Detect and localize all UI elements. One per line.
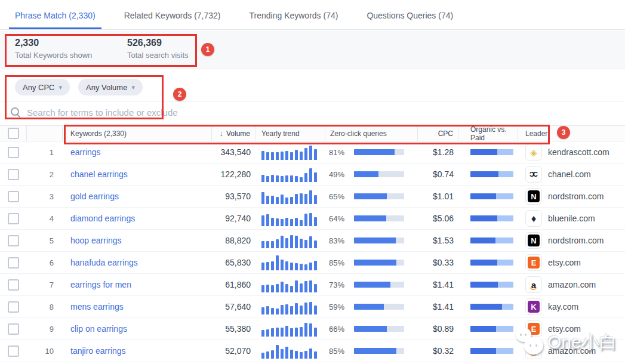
leader-logo-icon: E (528, 257, 540, 269)
tab-phrase-match[interactable]: Phrase Match (2,330) (9, 11, 101, 29)
filter-pills: Any CPC ▾ Any Volume ▾ (15, 79, 143, 95)
trend-bar (309, 302, 312, 314)
leader-logo-icon: K (528, 301, 540, 313)
trend-mini-chart (261, 144, 325, 160)
organic-bar-fill (470, 171, 498, 177)
cpc-cell: $5.06 (418, 214, 458, 223)
trend-bar (309, 263, 312, 270)
header-cell-index (27, 126, 63, 141)
trend-bar (314, 328, 317, 337)
row-index: 6 (27, 258, 63, 267)
trend-bar (281, 195, 284, 204)
leader-cell: E etsy.com (518, 320, 625, 337)
trend-bar (261, 263, 264, 270)
trend-bar (290, 263, 293, 270)
row-checkbox[interactable] (8, 257, 19, 269)
leader-cell: ♦ bluenile.com (518, 210, 625, 227)
organic-bar-fill (470, 326, 496, 332)
trend-bar (261, 215, 264, 226)
leader-favicon: a (525, 276, 542, 293)
zero-click-bar-fill (354, 260, 396, 266)
organic-paid-cell (458, 171, 518, 177)
trend-bar (285, 218, 288, 226)
leader-domain: kay.com (548, 302, 578, 311)
leader-logo-icon: a (528, 345, 540, 357)
zero-click-bar (354, 348, 404, 354)
trend-bar (300, 220, 303, 226)
row-checkbox[interactable] (8, 213, 19, 224)
row-select-cell (0, 235, 27, 246)
keyword-link[interactable]: earrings (70, 147, 101, 157)
cpc-filter-label: Any CPC (23, 83, 54, 92)
row-checkbox[interactable] (8, 235, 19, 246)
cpc-cell: $0.74 (418, 169, 458, 179)
volume-filter-dropdown[interactable]: Any Volume ▾ (78, 79, 143, 95)
header-cell-select (0, 126, 27, 141)
leader-logo-icon: E (528, 323, 540, 335)
row-checkbox[interactable] (8, 191, 19, 202)
leader-domain: bluenile.com (548, 214, 595, 223)
keyword-cell: gold earrings (63, 192, 212, 201)
cpc-filter-dropdown[interactable]: Any CPC ▾ (15, 79, 70, 95)
total-keywords-label: Total Keywords shown (15, 51, 92, 60)
trend-bar (281, 282, 284, 292)
organic-bar-fill (470, 193, 496, 199)
organic-paid-cell (458, 149, 518, 155)
row-checkbox[interactable] (8, 147, 19, 158)
trend-bar (290, 350, 293, 359)
leader-domain: etsy.com (548, 258, 581, 267)
cpc-cell: $0.33 (418, 258, 458, 267)
leader-cell: ƆC chanel.com (518, 166, 625, 183)
keyword-link[interactable]: hanafuda earrings (70, 258, 138, 267)
row-checkbox[interactable] (8, 169, 19, 180)
keyword-link[interactable]: chanel earrings (70, 169, 128, 179)
zero-click-percent: 73% (325, 280, 344, 289)
leader-cell: a amazon.com (518, 343, 625, 359)
keyword-link[interactable]: hoop earrings (70, 236, 122, 245)
trend-bar (276, 284, 279, 292)
tab-questions-queries[interactable]: Questions Queries (74) (361, 11, 459, 29)
keyword-cell: diamond earrings (63, 214, 212, 223)
keyword-link[interactable]: gold earrings (70, 192, 119, 201)
leader-favicon: K (525, 298, 542, 315)
select-all-checkbox[interactable] (8, 128, 19, 139)
leader-domain: chanel.com (548, 169, 591, 179)
cpc-cell: $1.01 (418, 192, 458, 201)
tab-related-keywords[interactable]: Related Keywords (7,732) (118, 11, 227, 29)
search-row (11, 104, 207, 121)
keyword-link[interactable]: diamond earrings (70, 214, 135, 223)
trend-bar (295, 303, 298, 314)
leader-cell: ◈ kendrascott.com (518, 144, 625, 161)
row-checkbox[interactable] (8, 323, 19, 335)
row-index: 1 (27, 148, 63, 157)
trend-bar (309, 236, 312, 248)
row-select-cell (0, 301, 27, 313)
trend-bar (261, 307, 264, 314)
row-checkbox[interactable] (8, 346, 19, 357)
trend-bar (285, 198, 288, 204)
keyword-link[interactable]: clip on earrings (70, 324, 127, 334)
trend-bar (266, 351, 269, 359)
search-input[interactable] (26, 107, 207, 118)
zero-click-cell: 73% (325, 280, 418, 289)
keyword-cell: hanafuda earrings (63, 258, 212, 267)
zero-click-bar-fill (354, 149, 395, 155)
yearly-trend-cell (255, 321, 325, 337)
row-checkbox[interactable] (8, 279, 19, 291)
zero-click-cell: 49% (325, 170, 418, 179)
trend-bar (290, 235, 293, 248)
trend-bar (304, 323, 307, 337)
trend-bar (295, 280, 298, 292)
header-cell-volume[interactable]: ↓Volume (212, 126, 255, 141)
keyword-link[interactable]: earrings for men (70, 280, 131, 289)
trend-bar (304, 351, 307, 359)
keyword-link[interactable]: tanjiro earrings (70, 346, 126, 356)
search-icon (11, 107, 20, 117)
keyword-link[interactable]: mens earrings (70, 302, 124, 311)
tab-trending-keywords[interactable]: Trending Keywords (74) (244, 11, 344, 29)
leader-logo-icon: N (528, 235, 540, 246)
row-checkbox[interactable] (8, 301, 19, 313)
yearly-trend-cell (255, 189, 325, 204)
keywords-header-label: Keywords (2,330) (70, 129, 127, 138)
zero-click-bar (354, 282, 404, 288)
